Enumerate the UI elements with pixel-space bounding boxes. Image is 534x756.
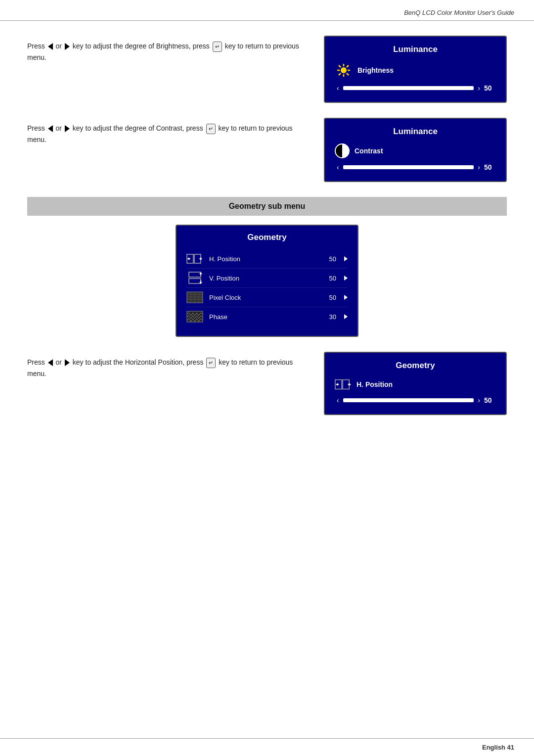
geo-phase-row: Phase 30	[186, 307, 348, 326]
pixelclock-value: 50	[329, 294, 336, 301]
geometry-menu-screen: Geometry H. Positi	[176, 225, 358, 337]
brightness-screen-title: Luminance	[335, 45, 496, 54]
hposition-screen-icon	[335, 378, 352, 391]
contrast-right-arrow-icon	[65, 125, 70, 132]
sun-icon-container	[335, 61, 353, 79]
brightness-item-label: Brightness	[357, 66, 394, 74]
left-arrow-icon	[48, 43, 53, 50]
contrast-slider-track	[343, 165, 474, 169]
hposition-slider-row: ‹ › 50	[335, 396, 496, 404]
hposition-text2: key to adjust the Horizontal Position, p…	[73, 358, 204, 366]
contrast-or-label: or	[56, 124, 62, 132]
hposition-slider-right-chevron: ›	[478, 396, 480, 404]
svg-marker-34	[349, 383, 351, 386]
vposition-label: V. Position	[209, 275, 323, 282]
brightness-slider-track	[343, 86, 474, 90]
contrast-slider-value: 50	[484, 163, 496, 171]
hposition-arrow-icon	[344, 256, 348, 261]
geometry-section: Geometry sub menu Geometry	[27, 197, 507, 337]
geometry-submenu-header: Geometry sub menu	[27, 197, 507, 216]
slider-left-chevron: ‹	[337, 84, 339, 92]
phase-label: Phase	[209, 313, 323, 321]
hposition-screen-title: Geometry	[335, 361, 496, 371]
vposition-icon	[186, 271, 203, 285]
phase-arrow-icon	[344, 314, 348, 319]
contrast-text2: key to adjust the degree of Contrast, pr…	[73, 124, 203, 132]
brightness-slider-row: ‹ › 50	[335, 84, 496, 92]
geo-pixelclock-row: Pixel Clock 50	[186, 288, 348, 307]
contrast-section: Press or key to adjust the degree of Con…	[27, 118, 507, 182]
brightness-or-label: or	[56, 42, 62, 50]
svg-rect-16	[189, 279, 201, 284]
contrast-screen: Luminance Contrast ‹ › 50	[324, 118, 507, 182]
phase-svg	[186, 310, 203, 323]
hposition-text: Press or key to adjust the Horizontal Po…	[27, 352, 309, 379]
contrast-slider-right-chevron: ›	[478, 163, 480, 171]
geometry-menu-title: Geometry	[186, 233, 348, 242]
page-footer: English 41	[0, 738, 534, 756]
main-content: Press or key to adjust the degree of Bri…	[0, 21, 534, 445]
svg-marker-12	[187, 257, 189, 260]
contrast-return-key-icon: ↵	[206, 124, 216, 135]
brightness-screen: Luminance Brightness	[324, 36, 507, 103]
brightness-section: Press or key to adjust the degree of Bri…	[27, 36, 507, 103]
vposition-value: 50	[329, 275, 336, 282]
contrast-text: Press or key to adjust the degree of Con…	[27, 118, 309, 145]
header-title: BenQ LCD Color Monitor User's Guide	[404, 9, 514, 16]
contrast-slider-row: ‹ › 50	[335, 163, 496, 171]
brightness-press-label: Press	[27, 42, 45, 50]
vposition-svg	[186, 272, 203, 284]
hposition-slider-value: 50	[484, 396, 496, 404]
hposition-or-label: or	[56, 358, 62, 366]
return-key-icon: ↵	[213, 42, 222, 52]
svg-line-7	[347, 65, 349, 67]
hposition-value: 50	[329, 255, 336, 263]
svg-marker-32	[336, 383, 338, 386]
contrast-item-row: Contrast	[335, 143, 496, 158]
pixelclock-arrow-icon	[344, 295, 348, 300]
footer-text: English 41	[482, 744, 514, 751]
hposition-return-key-icon: ↵	[206, 358, 216, 369]
svg-point-0	[341, 67, 347, 73]
svg-line-8	[339, 73, 341, 75]
phase-icon	[186, 310, 203, 324]
geo-hposition-row: H. Position 50	[186, 249, 348, 269]
brightness-item-row: Brightness	[335, 61, 496, 79]
geo-vposition-row: V. Position 50	[186, 269, 348, 288]
contrast-icon	[335, 143, 350, 158]
hposition-right-arrow-icon	[65, 359, 70, 366]
contrast-left-arrow-icon	[48, 125, 53, 132]
hposition-item-label: H. Position	[356, 380, 393, 388]
brightness-icon	[336, 63, 351, 78]
brightness-text2: key to adjust the degree of Brightness, …	[73, 42, 210, 50]
contrast-slider-left-chevron: ‹	[337, 163, 339, 171]
page-header: BenQ LCD Color Monitor User's Guide	[0, 0, 534, 21]
phase-value: 30	[329, 313, 336, 321]
hposition-slider-left-chevron: ‹	[337, 396, 339, 404]
hposition-screen-svg	[335, 378, 352, 391]
hposition-press-label: Press	[27, 358, 45, 366]
hposition-slider-track	[343, 398, 474, 402]
hposition-section: Press or key to adjust the Horizontal Po…	[27, 352, 507, 415]
brightness-slider-value: 50	[484, 84, 496, 92]
hposition-svg	[186, 252, 203, 265]
pixelclock-svg	[186, 291, 203, 304]
brightness-text: Press or key to adjust the degree of Bri…	[27, 36, 309, 63]
svg-line-5	[339, 65, 341, 67]
contrast-press-label: Press	[27, 124, 45, 132]
hposition-icon	[186, 252, 203, 266]
hposition-item-row: H. Position	[335, 378, 496, 391]
contrast-item-label: Contrast	[355, 147, 383, 155]
pixelclock-label: Pixel Clock	[209, 294, 323, 301]
svg-marker-14	[200, 257, 202, 260]
contrast-screen-title: Luminance	[335, 127, 496, 137]
pixelclock-icon	[186, 290, 203, 304]
vposition-arrow-icon	[344, 276, 348, 281]
svg-line-6	[347, 73, 349, 75]
hposition-screen: Geometry H. Position ‹ ›	[324, 352, 507, 415]
slider-right-chevron: ›	[478, 84, 480, 92]
svg-rect-15	[189, 272, 201, 277]
hposition-left-arrow-icon	[48, 359, 53, 366]
right-arrow-icon	[65, 43, 70, 50]
hposition-label: H. Position	[209, 255, 323, 263]
